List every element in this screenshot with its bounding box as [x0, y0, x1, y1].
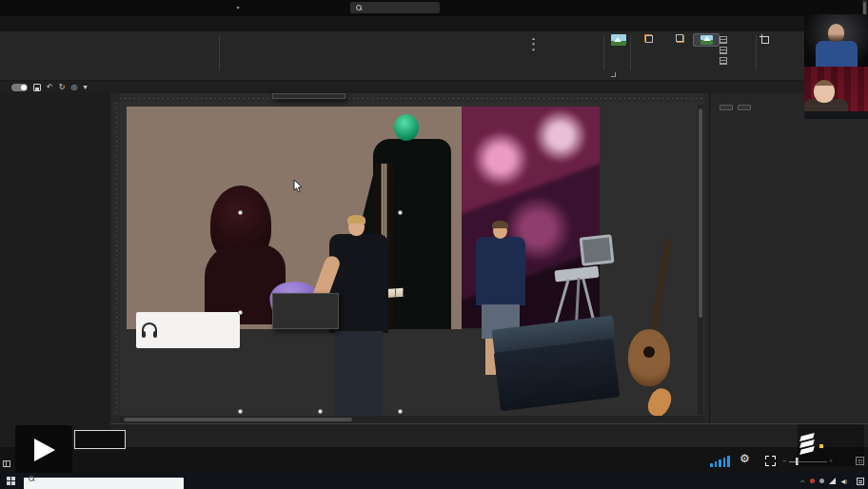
notes-pane[interactable]	[110, 423, 868, 447]
selection-handle[interactable]	[238, 409, 243, 414]
alt-text-button[interactable]	[606, 34, 631, 48]
undo-icon[interactable]: ↶	[47, 84, 53, 91]
amp-case-picture[interactable]	[493, 317, 621, 409]
headphones-icon	[142, 323, 157, 338]
crop-button[interactable]	[760, 34, 770, 47]
rotate-icon	[720, 57, 727, 65]
selection-pane-button[interactable]	[693, 33, 720, 47]
taskbar-search[interactable]	[24, 473, 184, 489]
volume-bars-icon[interactable]	[710, 455, 735, 467]
player-settings-gear-icon[interactable]: ⚙	[740, 453, 750, 464]
quick-access-toolbar: ↶ ↻ ◎ ▾	[0, 81, 868, 93]
ribbon: ▲▼▼	[0, 31, 868, 81]
learn-create-watermark	[798, 424, 864, 466]
group-label-accessibility	[571, 72, 657, 78]
video-play-overlay[interactable]	[15, 425, 72, 475]
speaker-icon[interactable]: ◀)	[840, 478, 847, 484]
customize-qat-icon[interactable]: ▾	[83, 84, 87, 91]
group-separator	[219, 35, 220, 70]
slide-canvas[interactable]	[120, 103, 704, 416]
action-center-icon[interactable]	[857, 478, 864, 485]
selection-pane	[709, 93, 868, 423]
context-menu	[272, 93, 345, 99]
title-dropdown-icon[interactable]: ▾	[236, 5, 239, 10]
group-objects-icon	[720, 47, 727, 54]
selection-handle[interactable]	[238, 310, 243, 315]
tray-expand-icon[interactable]: ︿	[799, 477, 805, 485]
video-player-bar: ⚙ −+	[0, 447, 868, 473]
windows-taskbar: ︿ ◀)	[0, 473, 868, 489]
tray-app-icon[interactable]	[819, 479, 824, 483]
selection-pane-icon	[700, 35, 713, 45]
show-all-button[interactable]	[720, 105, 733, 110]
search-icon	[29, 476, 34, 481]
group-separator	[756, 35, 757, 70]
alt-text-icon	[611, 34, 626, 46]
office-search-box[interactable]	[350, 2, 440, 13]
floating-mini-toolbar	[272, 293, 339, 329]
align-button[interactable]	[720, 36, 733, 44]
crop-icon	[760, 34, 770, 45]
taskbar-search-input[interactable]	[24, 478, 184, 489]
slide-thumbnail-panel	[0, 93, 110, 473]
send-backward-button[interactable]	[664, 34, 695, 44]
group-separator	[630, 35, 631, 70]
start-presentation-icon[interactable]: ◎	[70, 84, 77, 91]
learn-create-chevron-icon	[800, 433, 816, 458]
fullscreen-icon[interactable]	[765, 456, 776, 466]
acoustic-guitar-picture[interactable]	[619, 238, 678, 409]
screen-recording-frame: ▾ ▲▼▼	[0, 0, 868, 489]
align-icon	[720, 36, 727, 44]
window-title: ▾	[114, 3, 362, 11]
video-timestamp	[74, 430, 126, 449]
webcam-feed-presenter	[804, 14, 868, 67]
bring-forward-icon	[644, 34, 653, 43]
system-tray: ︿ ◀)	[799, 473, 868, 489]
dialog-launcher-icon[interactable]	[611, 72, 616, 77]
rotate-button[interactable]	[720, 57, 733, 65]
selection-handle[interactable]	[318, 409, 323, 414]
network-icon[interactable]	[829, 478, 836, 484]
selection-handle[interactable]	[398, 210, 403, 215]
send-backward-icon	[676, 34, 684, 43]
titlebar: ▾	[0, 0, 868, 16]
group-separator	[603, 35, 604, 70]
audiobooks-logo[interactable]	[136, 312, 240, 348]
play-icon	[34, 439, 55, 461]
save-icon[interactable]	[33, 84, 41, 91]
normal-view-icon[interactable]	[3, 460, 10, 467]
tray-recording-icon[interactable]	[810, 479, 815, 483]
selection-handle[interactable]	[238, 210, 243, 215]
redo-icon[interactable]: ↻	[59, 84, 66, 91]
align-column	[720, 36, 733, 65]
ribbon-tab-bar	[0, 16, 868, 31]
horizontal-scrollbar[interactable]	[120, 416, 704, 422]
webcam-feed-guest	[804, 67, 868, 119]
bring-forward-button[interactable]	[633, 34, 663, 44]
autosave-toggle[interactable]	[11, 84, 28, 91]
search-icon	[356, 5, 362, 10]
group-objects-button[interactable]	[720, 47, 733, 54]
horizontal-ruler	[120, 93, 704, 103]
start-button-icon[interactable]	[7, 477, 15, 485]
vertical-ruler	[112, 103, 120, 416]
hide-all-button[interactable]	[738, 105, 751, 110]
vertical-scrollbar[interactable]	[698, 105, 703, 415]
mouse-cursor	[293, 180, 303, 197]
selection-handle[interactable]	[398, 409, 403, 414]
gallery-scroll-buttons[interactable]: ▲▼▼	[529, 36, 538, 52]
